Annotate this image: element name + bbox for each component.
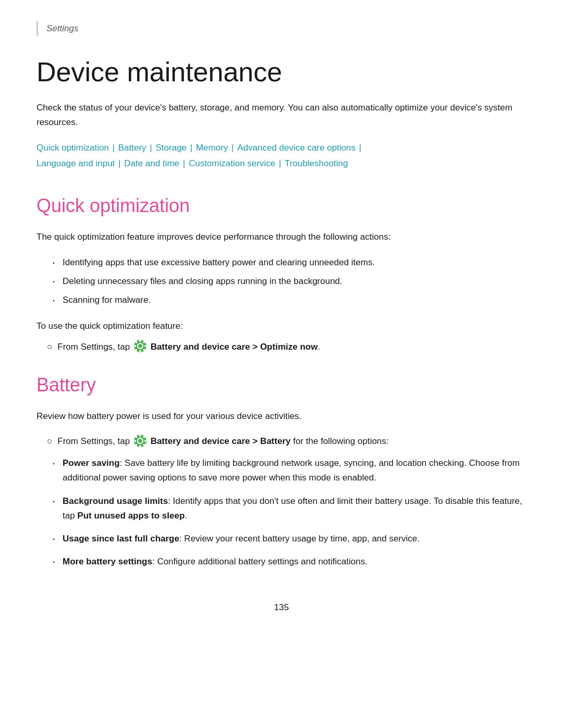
quick-optimization-step: ○ From Settings, tap Battery and device … [36,340,527,354]
battery-step-prefix: From Settings, tap [57,436,132,446]
battery-option-power-saving: Power saving: Save battery life by limit… [52,456,527,485]
svg-point-3 [139,350,141,352]
svg-point-12 [139,435,141,437]
page-number: 135 [36,600,527,614]
quick-optimization-heading: Quick optimization [36,191,527,221]
usage-charge-text: : Review your recent battery usage by ti… [179,534,420,544]
bullet-item-2: Deleting unnecessary files and closing a… [52,274,527,289]
page-title: Device maintenance [36,57,527,88]
battery-step-text: From Settings, tap Battery and device ca… [57,434,388,449]
battery-step-bullet: ○ [47,434,52,448]
svg-point-8 [135,349,137,351]
svg-point-14 [134,440,136,442]
use-quick-optimization-text: To use the quick optimization feature: [36,319,527,334]
nav-link-storage[interactable]: Storage [156,143,187,153]
battery-bold-text: Battery and device care > Battery [151,436,291,446]
battery-option-usage-charge: Usage since last full charge: Review you… [52,532,527,546]
battery-option-more-settings: More battery settings: Configure additio… [52,554,527,569]
nav-link-date[interactable]: Date and time [124,158,179,168]
quick-optimization-bullets: Identifying apps that use excessive batt… [52,255,527,307]
nav-link-battery[interactable]: Battery [118,143,146,153]
step-prefix: From Settings, tap [57,342,132,352]
svg-point-6 [135,341,137,343]
power-saving-label: Power saving [63,458,120,468]
more-battery-settings-text: : Configure additional battery settings … [152,557,368,566]
svg-point-2 [139,340,141,342]
battery-heading: Battery [36,370,527,400]
usage-charge-label: Usage since last full charge [63,534,179,544]
svg-point-19 [143,443,145,446]
power-saving-text: : Save battery life by limiting backgrou… [63,458,520,483]
nav-link-troubleshooting[interactable]: Troubleshooting [285,158,348,168]
battery-section: Battery Review how battery power is used… [36,370,527,569]
step-bold-text: Battery and device care > Optimize now [151,342,318,352]
svg-point-9 [143,349,145,351]
svg-point-17 [143,436,145,438]
battery-intro: Review how battery power is used for you… [36,409,527,424]
step-text-quick: From Settings, tap Battery and device ca… [57,340,320,354]
battery-step: ○ From Settings, tap Battery and device … [36,434,527,449]
breadcrumb-label: Settings [46,23,78,33]
bullet-item-3: Scanning for malware. [52,293,527,307]
svg-point-5 [144,345,146,347]
breadcrumb: Settings [36,21,527,36]
nav-links: Quick optimization | Battery | Storage |… [36,140,527,172]
background-limits-label: Background usage limits [63,496,168,506]
nav-link-language[interactable]: Language and input [36,158,115,168]
svg-point-18 [135,443,137,446]
put-unused-apps-label: Put unused apps to sleep [77,511,185,521]
quick-optimization-section: Quick optimization The quick optimizatio… [36,191,527,354]
settings-icon [133,339,147,353]
page-container: Settings Device maintenance Check the st… [0,0,563,728]
battery-settings-icon [133,434,147,448]
quick-optimization-intro: The quick optimization feature improves … [36,230,527,244]
nav-link-memory[interactable]: Memory [196,143,228,153]
svg-point-16 [135,436,137,438]
svg-point-7 [143,341,145,343]
svg-point-15 [144,440,146,442]
more-battery-settings-label: More battery settings [63,557,152,566]
svg-point-4 [134,345,136,347]
step-bullet-circle: ○ [47,340,52,354]
bullet-item-1: Identifying apps that use excessive batt… [52,255,527,270]
nav-link-advanced[interactable]: Advanced device care options [237,143,356,153]
nav-link-quick-optimization[interactable]: Quick optimization [36,143,109,153]
nav-link-customization[interactable]: Customization service [189,158,275,168]
battery-options-list: Power saving: Save battery life by limit… [52,456,527,569]
page-intro: Check the status of your device's batter… [36,101,516,130]
battery-option-background-limits: Background usage limits: Identify apps t… [52,494,527,523]
svg-point-13 [139,445,141,447]
